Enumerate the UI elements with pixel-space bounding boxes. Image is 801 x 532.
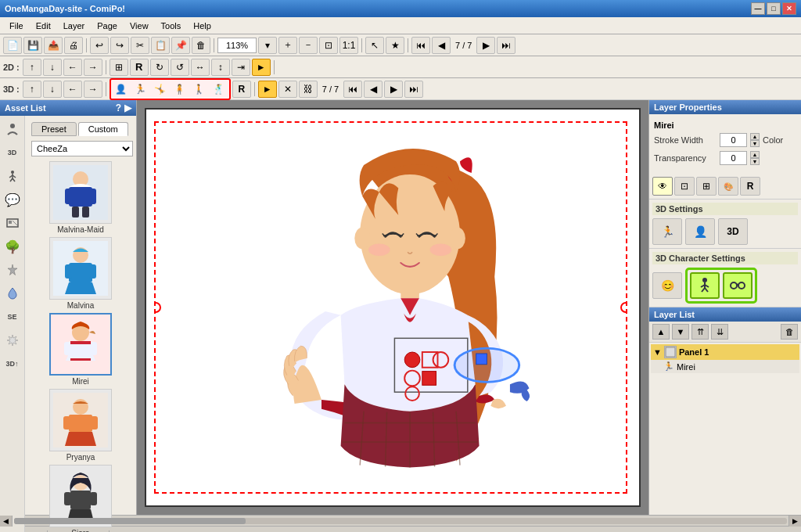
- transparency-input[interactable]: 0: [720, 151, 747, 165]
- sidebar-character-icon[interactable]: [2, 119, 23, 139]
- layer-move-down[interactable]: ▼: [672, 324, 689, 340]
- menu-layer[interactable]: Layer: [57, 20, 92, 32]
- 3d-char-pose-btn[interactable]: [690, 272, 720, 299]
- stroke-width-up[interactable]: ▲: [750, 133, 760, 140]
- view-color-button[interactable]: 🎨: [718, 177, 738, 196]
- view-grid-button[interactable]: ⊞: [696, 177, 717, 196]
- layer-move-top[interactable]: ⇈: [691, 324, 709, 340]
- page-next-end[interactable]: ⏭: [497, 37, 515, 54]
- zoom-input[interactable]: 113%: [217, 38, 257, 53]
- 3d-pose6[interactable]: 🕺: [210, 81, 228, 98]
- character-item-malvina[interactable]: Malvina: [28, 237, 133, 310]
- paste-button[interactable]: 📌: [171, 37, 190, 54]
- sidebar-se-icon[interactable]: SE: [2, 307, 23, 327]
- zoom-100-button[interactable]: 1:1: [339, 37, 358, 54]
- sidebar-bg-icon[interactable]: [2, 213, 23, 233]
- layer-move-up[interactable]: ▲: [652, 324, 670, 340]
- 2d-rotate-ccw[interactable]: ↺: [171, 59, 189, 76]
- copy-button[interactable]: 📋: [151, 37, 170, 54]
- cut-button[interactable]: ✂: [131, 37, 149, 54]
- redo-button[interactable]: ↪: [110, 37, 129, 54]
- menu-view[interactable]: View: [124, 20, 155, 32]
- right-handle[interactable]: [620, 302, 627, 313]
- sidebar-tree-icon[interactable]: 🌳: [2, 236, 23, 257]
- 2d-fit[interactable]: ⊞: [110, 59, 128, 76]
- asset-help-icon[interactable]: ?: [116, 102, 121, 113]
- transparency-down[interactable]: ▼: [750, 158, 760, 165]
- category-dropdown[interactable]: CheeZa: [31, 141, 133, 156]
- 2d-R[interactable]: R: [130, 59, 149, 76]
- 3d-left[interactable]: ←: [63, 81, 82, 98]
- preset-tab[interactable]: Preset: [31, 122, 77, 136]
- 2d-special1[interactable]: ►: [252, 59, 271, 76]
- menu-tools[interactable]: Tools: [155, 20, 188, 32]
- 3d-setting-morph-btn[interactable]: 👤: [685, 218, 715, 245]
- 3d-R[interactable]: R: [232, 81, 251, 98]
- 3d-frame-prev[interactable]: ◀: [364, 81, 383, 98]
- page-prev[interactable]: ◀: [432, 37, 451, 54]
- layer-move-bottom[interactable]: ⇊: [711, 324, 728, 340]
- page-next[interactable]: ▶: [476, 37, 495, 54]
- 3d-pose5[interactable]: 🚶: [190, 81, 209, 98]
- delete-button[interactable]: 🗑: [192, 37, 210, 54]
- scroll-right-btn[interactable]: ▶: [788, 516, 801, 527]
- 3d-setting-pose-btn[interactable]: 🏃: [652, 218, 682, 245]
- canvas-area[interactable]: [137, 100, 648, 515]
- zoom-dropdown-button[interactable]: ▾: [258, 37, 277, 54]
- 3d-pose3[interactable]: 🤸: [151, 81, 170, 98]
- stroke-width-down[interactable]: ▼: [750, 140, 760, 147]
- 3d-up[interactable]: ↑: [23, 81, 41, 98]
- layer-item-mirei[interactable]: 🏃 Mirei: [651, 360, 799, 373]
- export-button[interactable]: 📤: [44, 37, 63, 54]
- zoom-out-button[interactable]: －: [299, 37, 318, 54]
- 2d-right[interactable]: →: [84, 59, 102, 76]
- 2d-flip-v[interactable]: ↕: [211, 59, 230, 76]
- close-button[interactable]: ✕: [782, 2, 796, 15]
- scroll-left-btn[interactable]: ◀: [0, 516, 13, 527]
- sidebar-effects-icon[interactable]: [2, 260, 23, 280]
- sidebar-burst-icon[interactable]: [2, 330, 23, 350]
- menu-edit[interactable]: Edit: [30, 20, 57, 32]
- scroll-track[interactable]: [14, 518, 787, 524]
- character-item-pryanya[interactable]: Pryanya: [28, 389, 133, 462]
- 2d-up[interactable]: ↑: [23, 59, 41, 76]
- 3d-down[interactable]: ↓: [43, 81, 62, 98]
- character-item-mirei[interactable]: Mirei: [28, 313, 133, 386]
- 3d-pose1[interactable]: 👤: [112, 81, 131, 98]
- sidebar-speech-icon[interactable]: 💬: [2, 189, 23, 210]
- zoom-fit-button[interactable]: ⊡: [319, 37, 338, 54]
- 3d-frame-last[interactable]: ⏭: [404, 81, 423, 98]
- menu-help[interactable]: Help: [187, 20, 217, 32]
- menu-page[interactable]: Page: [91, 20, 124, 32]
- character-illustration[interactable]: [156, 123, 626, 492]
- sidebar-drop-icon[interactable]: [2, 283, 23, 304]
- stroke-width-input[interactable]: 0: [720, 133, 747, 147]
- 3d-frame-first[interactable]: ⏮: [343, 81, 362, 98]
- 2d-flip-h[interactable]: ↔: [191, 59, 210, 76]
- layer-group-header-panel1[interactable]: ▼ Panel 1: [651, 344, 799, 360]
- transparency-up[interactable]: ▲: [750, 151, 760, 158]
- view-eye-button[interactable]: 👁: [652, 177, 673, 196]
- new-button[interactable]: 📄: [3, 37, 22, 54]
- 3d-char-morph-btn[interactable]: [723, 272, 753, 299]
- page-prev-end[interactable]: ⏮: [411, 37, 430, 54]
- 3d-right[interactable]: →: [84, 81, 102, 98]
- 3d-x[interactable]: ✕: [278, 81, 297, 98]
- sidebar-pose-icon[interactable]: [2, 166, 23, 186]
- view-frame-button[interactable]: ⊡: [674, 177, 695, 196]
- sidebar-3d-icon[interactable]: 3D: [2, 142, 23, 163]
- asset-arrow-icon[interactable]: ▶: [124, 102, 131, 113]
- 3d-chain[interactable]: ⛓: [299, 81, 318, 98]
- sidebar-users-icon[interactable]: 3D↑: [2, 354, 23, 374]
- 2d-down[interactable]: ↓: [43, 59, 62, 76]
- 3d-special[interactable]: ►: [258, 81, 277, 98]
- 3d-char-face-btn[interactable]: 😊: [652, 272, 682, 299]
- layer-delete[interactable]: 🗑: [781, 324, 798, 340]
- menu-file[interactable]: File: [3, 20, 30, 32]
- 2d-arrow-end[interactable]: ⇥: [232, 59, 250, 76]
- custom-tab[interactable]: Custom: [78, 122, 128, 136]
- 3d-setting-3d-btn[interactable]: 3D: [718, 218, 748, 245]
- scroll-thumb[interactable]: [14, 518, 246, 524]
- zoom-in-button[interactable]: ＋: [278, 37, 297, 54]
- save-button[interactable]: 💾: [23, 37, 42, 54]
